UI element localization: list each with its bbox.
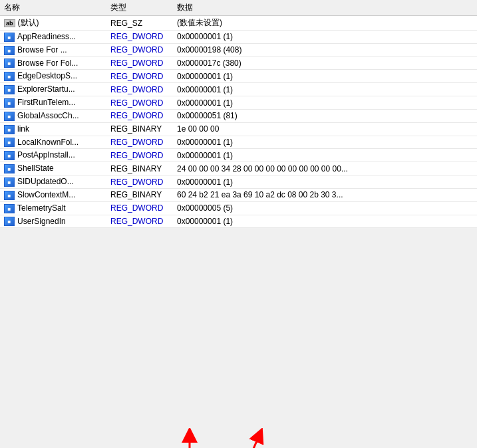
- table-row[interactable]: ■SIDUpdatedO...REG_DWORD0x00000001 (1): [0, 175, 477, 189]
- cell-name: ■link: [0, 122, 106, 136]
- table-row[interactable]: ■Browse For ...REG_DWORD0x00000198 (408): [0, 43, 477, 56]
- cell-type: REG_DWORD: [106, 96, 173, 110]
- cell-name: ■LocalKnownFol...: [0, 136, 106, 149]
- cell-data: 0x00000005 (5): [173, 201, 477, 215]
- cell-type: REG_BINARY: [106, 162, 173, 175]
- col-data: 数据: [173, 0, 477, 16]
- cell-name: ■ShellState: [0, 162, 106, 175]
- cell-type: REG_DWORD: [106, 31, 173, 44]
- col-type: 类型: [106, 0, 173, 16]
- ab-icon: ab: [4, 19, 15, 27]
- table-row[interactable]: ■SlowContextM...REG_BINARY60 24 b2 21 ea…: [0, 188, 477, 201]
- reg-icon: ■: [4, 217, 15, 226]
- reg-icon: ■: [4, 46, 15, 55]
- table-row[interactable]: ■linkREG_BINARY1e 00 00 00: [0, 122, 477, 136]
- reg-icon: ■: [4, 164, 15, 173]
- reg-icon: ■: [4, 112, 15, 121]
- cell-name: ■TelemetrySalt: [0, 201, 106, 215]
- reg-icon: ■: [4, 151, 15, 160]
- cell-type: REG_DWORD: [106, 109, 173, 122]
- reg-icon: ■: [4, 85, 15, 94]
- cell-data: 1e 00 00 00: [173, 122, 477, 136]
- reg-icon: ■: [4, 58, 15, 68]
- table-row[interactable]: ■ExplorerStartu...REG_DWORD0x00000001 (1…: [0, 83, 477, 96]
- cell-type: REG_DWORD: [106, 201, 173, 215]
- cell-type: REG_DWORD: [106, 149, 173, 162]
- reg-icon: ■: [4, 191, 15, 200]
- cell-name: ■Browse For ...: [0, 43, 106, 56]
- cell-type: REG_DWORD: [106, 43, 173, 56]
- cell-data: 0x00000001 (1): [173, 70, 477, 83]
- cell-data: 0x00000001 (1): [173, 149, 477, 162]
- cell-name: ■Browse For Fol...: [0, 56, 106, 70]
- table-row[interactable]: ■UserSignedInREG_DWORD0x00000001 (1): [0, 215, 477, 228]
- cell-name: ■SIDUpdatedO...: [0, 175, 106, 189]
- cell-data: 0x0000017c (380): [173, 56, 477, 70]
- cell-data: 0x00000001 (1): [173, 175, 477, 189]
- reg-icon: ■: [4, 204, 15, 213]
- table-row[interactable]: ab(默认)REG_SZ(数值未设置): [0, 16, 477, 31]
- table-row[interactable]: ■TelemetrySaltREG_DWORD0x00000005 (5): [0, 201, 477, 215]
- reg-icon: ■: [4, 98, 15, 108]
- cell-data: 60 24 b2 21 ea 3a 69 10 a2 dc 08 00 2b 3…: [173, 188, 477, 201]
- cell-name: ab(默认): [0, 16, 106, 31]
- cell-type: REG_BINARY: [106, 122, 173, 136]
- col-name: 名称: [0, 0, 106, 16]
- cell-data: 0x00000198 (408): [173, 43, 477, 56]
- cell-data: (数值未设置): [173, 16, 477, 31]
- reg-icon: ■: [4, 33, 15, 42]
- cell-data: 0x00000001 (1): [173, 83, 477, 96]
- bottom-area: 新建(N) ▶ 项(K) 字符串值(S) 二进制值(B) DWORD (32 位…: [0, 235, 477, 448]
- cell-data: 0x00000001 (1): [173, 31, 477, 44]
- cell-data: 0x00000001 (1): [173, 96, 477, 110]
- table-row[interactable]: ■AppReadiness...REG_DWORD0x00000001 (1): [0, 31, 477, 44]
- table-row[interactable]: ■ShellStateREG_BINARY24 00 00 00 34 28 0…: [0, 162, 477, 175]
- table-row[interactable]: ■Browse For Fol...REG_DWORD0x0000017c (3…: [0, 56, 477, 70]
- arrow-to-dword: [200, 428, 279, 448]
- table-row[interactable]: ■PostAppInstall...REG_DWORD0x00000001 (1…: [0, 149, 477, 162]
- reg-icon: ■: [4, 138, 15, 147]
- cell-name: ■EdgeDesktopS...: [0, 70, 106, 83]
- cell-data: 24 00 00 00 34 28 00 00 00 00 00 00 00 0…: [173, 162, 477, 175]
- cell-name: ■UserSignedIn: [0, 215, 106, 228]
- cell-type: REG_SZ: [106, 16, 173, 31]
- reg-icon: ■: [4, 177, 15, 187]
- cell-name: ■PostAppInstall...: [0, 149, 106, 162]
- cell-type: REG_BINARY: [106, 188, 173, 201]
- cell-type: REG_DWORD: [106, 136, 173, 149]
- cell-data: 0x00000001 (1): [173, 215, 477, 228]
- cell-name: ■ExplorerStartu...: [0, 83, 106, 96]
- cell-name: ■GlobalAssocCh...: [0, 109, 106, 122]
- reg-icon: ■: [4, 125, 15, 134]
- cell-type: REG_DWORD: [106, 83, 173, 96]
- cell-name: ■AppReadiness...: [0, 31, 106, 44]
- cell-type: REG_DWORD: [106, 175, 173, 189]
- table-row[interactable]: ■EdgeDesktopS...REG_DWORD0x00000001 (1): [0, 70, 477, 83]
- cell-type: REG_DWORD: [106, 70, 173, 83]
- table-row[interactable]: ■GlobalAssocCh...REG_DWORD0x00000051 (81…: [0, 109, 477, 122]
- cell-type: REG_DWORD: [106, 215, 173, 228]
- reg-icon: ■: [4, 72, 15, 81]
- registry-panel: 名称 类型 数据 ab(默认)REG_SZ(数值未设置)■AppReadines…: [0, 0, 477, 228]
- table-row[interactable]: ■FirstRunTelem...REG_DWORD0x00000001 (1): [0, 96, 477, 110]
- cell-name: ■FirstRunTelem...: [0, 96, 106, 110]
- cell-name: ■SlowContextM...: [0, 188, 106, 201]
- registry-table: 名称 类型 数据 ab(默认)REG_SZ(数值未设置)■AppReadines…: [0, 0, 477, 228]
- table-row[interactable]: ■LocalKnownFol...REG_DWORD0x00000001 (1): [0, 136, 477, 149]
- cell-data: 0x00000001 (1): [173, 136, 477, 149]
- cell-data: 0x00000051 (81): [173, 109, 477, 122]
- cell-type: REG_DWORD: [106, 56, 173, 70]
